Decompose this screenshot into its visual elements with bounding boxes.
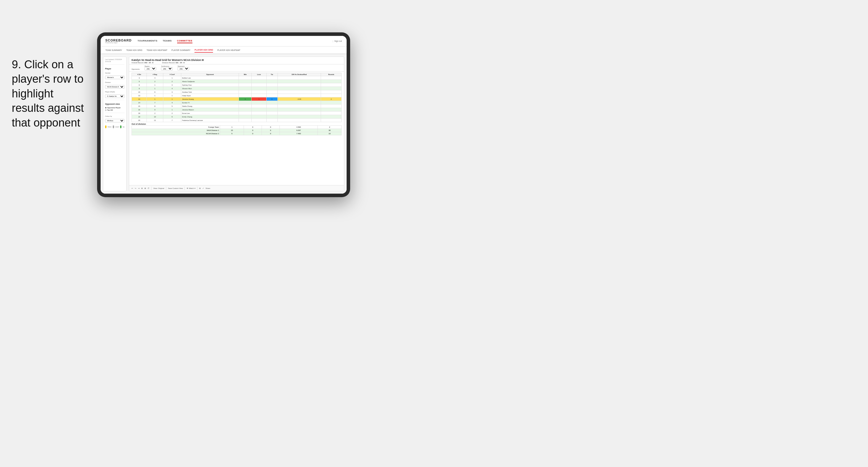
cell-rounds [321, 76, 342, 80]
conference-filter-select[interactable]: (All) [161, 67, 173, 70]
tablet-frame: SCOREBOARD Powered by clippd TOURNAMENTS… [97, 32, 350, 197]
region-filter-select[interactable]: (All) [145, 67, 156, 70]
color-legend: Down Level Up [105, 125, 124, 128]
table-row[interactable]: 10 6 3 Andrea York [132, 90, 342, 94]
tab-player-h2h-grid[interactable]: PLAYER H2H GRID [194, 48, 213, 53]
redo-button[interactable]: ↪ [135, 187, 136, 189]
cell-opponent: Jessica Mason [181, 108, 239, 112]
table-row[interactable]: 6 1 3 Sydney Kuo [132, 83, 342, 87]
table-row[interactable]: 13 1 1 Haeji Hyun [132, 94, 342, 97]
clock-button[interactable]: ⏱ [148, 187, 150, 189]
ood-cell-win: 15 [220, 129, 244, 132]
cell-loss [252, 87, 266, 90]
player-rank-select[interactable]: 8. Katelyn Vo [105, 94, 124, 98]
cell-div: 14 [132, 101, 147, 104]
radio-opponents-played[interactable]: Opponents Played [105, 107, 124, 108]
tab-player-summary[interactable]: PLAYER SUMMARY [172, 48, 191, 52]
cell-opponent: Sydney Kuo [181, 83, 239, 87]
cell-loss [252, 108, 266, 112]
nav-items: TOURNAMENTS TEAMS COMMITTEE [137, 39, 333, 43]
cell-diff [277, 80, 321, 83]
table-row-highlighted[interactable]: 13 1 1 Jessica Huang 0 1 0 -3.00 2 [132, 97, 342, 101]
cell-rounds [321, 87, 342, 90]
sign-out-button[interactable]: Sign out [334, 40, 342, 42]
toolbar-sep-2 [166, 187, 166, 190]
table-row[interactable]: 16 9 1 Jessica Mason [132, 108, 342, 112]
tab-team-h2h-heatmap[interactable]: TEAM H2H HEATMAP [147, 48, 167, 52]
cell-tie [266, 115, 277, 119]
copy-button[interactable]: ⊞ [141, 187, 143, 189]
table-row[interactable]: 9 1 4 Sharon Mun [132, 87, 342, 90]
grid-button[interactable]: ⊞ [199, 187, 201, 189]
expand-button[interactable]: ⤢ [203, 187, 204, 189]
cell-win [239, 108, 252, 112]
cell-diff [277, 76, 321, 80]
ood-cell-diff: 4.500 [280, 126, 318, 129]
radio-top-100[interactable]: Top 100 [105, 109, 124, 111]
tab-team-summary[interactable]: TEAM SUMMARY [105, 48, 122, 52]
colour-by-select[interactable]: Win/loss [105, 119, 124, 122]
cell-win [239, 87, 252, 90]
cell-div: 16 [132, 108, 147, 112]
table-row[interactable]: 19 10 6 Emily Chang [132, 115, 342, 119]
tab-team-h2h-grid[interactable]: TEAM H2H GRID [126, 48, 143, 52]
cell-rounds [321, 83, 342, 87]
cell-opponent: Euna Lee [181, 112, 239, 115]
cell-diff [277, 90, 321, 94]
table-row[interactable]: 20 11 7 Federica Domecq Lacroze [132, 119, 342, 122]
cell-win [239, 76, 252, 80]
ood-cell-loss: 0 [244, 132, 261, 135]
view-original-button[interactable]: View: Original [153, 187, 164, 189]
tab-player-h2h-heatmap[interactable]: PLAYER H2H HEATMAP [217, 48, 240, 52]
timestamp-time: 16:55:38 [105, 61, 124, 63]
legend-down-label: Down [108, 126, 112, 128]
cell-opponent: Esther Lee [181, 76, 239, 80]
forward-button[interactable]: ⇥ [138, 187, 140, 189]
table-row[interactable]: 5 2 2 Alexis Sudjianto [132, 80, 342, 83]
ood-cell-tie: 0 [261, 126, 280, 129]
cell-rounds [321, 80, 342, 83]
cell-reg: 1 [147, 94, 163, 97]
cell-loss [252, 112, 266, 115]
radio-label-2: Top 100 [107, 109, 113, 111]
player-section-title: Player [105, 68, 124, 70]
cell-rounds [321, 101, 342, 104]
opponent-view-options: Opponents Played Top 100 [105, 107, 124, 111]
grid-title: Katelyn Vo Head-to-Head Grid for Women's… [131, 59, 342, 62]
timestamp-label: Last Updated: 27/03/2024 [105, 59, 124, 61]
toolbar-sep-1 [151, 187, 152, 190]
ood-cell-rounds: 2 [318, 126, 342, 129]
nav-committee[interactable]: COMMITTEE [177, 39, 193, 43]
cell-conf: 5 [163, 104, 181, 108]
ood-row-foreign[interactable]: Foreign Team 1 0 0 4.500 2 [132, 126, 342, 129]
table-row[interactable]: 3 4 1 Esther Lee [132, 76, 342, 80]
division-select[interactable]: NCAA Division III [105, 85, 124, 89]
nav-tournaments[interactable]: TOURNAMENTS [137, 39, 157, 43]
watch-button[interactable]: 👁 Watch ▾ [187, 187, 195, 189]
save-custom-view-button[interactable]: Save Custom View [168, 187, 183, 189]
cell-tie [266, 87, 277, 90]
cell-div: 20 [132, 119, 147, 122]
table-row[interactable]: 15 8 5 Stella Chang [132, 104, 342, 108]
ood-cell-label: Foreign Team [132, 126, 220, 129]
cell-div: 13 [132, 94, 147, 97]
undo-button[interactable]: ↩ [131, 187, 133, 189]
table-row[interactable]: 18 2 2 Euna Lee [132, 112, 342, 115]
ood-cell-diff: 9.267 [280, 129, 318, 132]
gender-select[interactable]: Women's [105, 75, 124, 79]
cell-div: 9 [132, 87, 147, 90]
paste-button[interactable]: ⊠ [145, 187, 146, 189]
nav-teams[interactable]: TEAMS [163, 39, 172, 43]
ood-row-naia[interactable]: NAIA Division 1 15 0 0 9.267 30 [132, 129, 342, 132]
tablet-screen: SCOREBOARD Powered by clippd TOURNAMENTS… [101, 36, 347, 194]
ood-row-ncaa-d2[interactable]: NCAA Division 2 5 0 0 7.400 10 [132, 132, 342, 135]
cell-div: 15 [132, 104, 147, 108]
gender-label: Gender [105, 72, 124, 74]
opponent-filter-select[interactable]: (All) [178, 67, 189, 70]
cell-rounds [321, 115, 342, 119]
radio-label-1: Opponents Played [107, 107, 120, 108]
cell-diff [277, 119, 321, 122]
table-row[interactable]: 14 7 4 Eunice Yi [132, 101, 342, 104]
cell-opponent: Haeji Hyun [181, 94, 239, 97]
share-button[interactable]: Share [206, 187, 210, 189]
